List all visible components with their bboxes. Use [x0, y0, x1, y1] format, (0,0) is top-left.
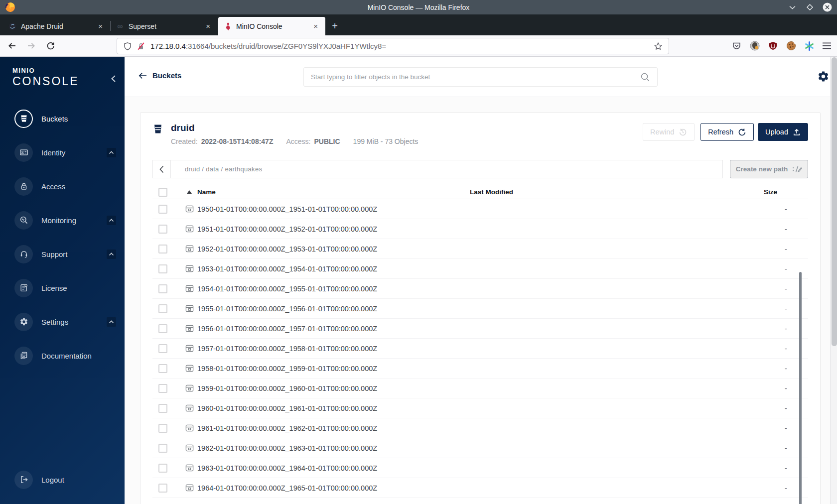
row-checkbox[interactable] [158, 364, 167, 373]
sort-ascending-icon[interactable] [187, 190, 192, 194]
sidebar-item-documentation[interactable]: Documentation [0, 346, 125, 366]
chevron-up-icon[interactable] [107, 216, 116, 225]
sidebar-item-support[interactable]: Support [0, 244, 125, 264]
object-name[interactable]: 1956-01-01T00:00:00.000Z_1957-01-01T00:0… [197, 325, 470, 333]
list-scrollbar[interactable] [799, 272, 802, 504]
object-name[interactable]: 1963-01-01T00:00:00.000Z_1964-01-01T00:0… [197, 464, 470, 472]
row-checkbox[interactable] [158, 464, 167, 473]
sidebar-item-settings[interactable]: Settings [0, 312, 125, 332]
tab-close-icon[interactable]: × [204, 21, 212, 31]
object-name[interactable]: 1953-01-01T00:00:00.000Z_1954-01-01T00:0… [197, 265, 470, 273]
row-checkbox[interactable] [158, 304, 167, 313]
table-row[interactable]: 1957-01-01T00:00:00.000Z_1958-01-01T00:0… [152, 339, 808, 359]
new-tab-button[interactable]: + [327, 18, 342, 33]
nav-forward-icon[interactable] [27, 41, 36, 50]
object-filter-searchbox[interactable] [303, 67, 658, 87]
row-checkbox[interactable] [158, 404, 167, 413]
row-checkbox[interactable] [158, 225, 167, 234]
hamburger-menu-icon[interactable] [823, 42, 831, 49]
table-row[interactable]: 1962-01-01T00:00:00.000Z_1963-01-01T00:0… [152, 438, 808, 458]
url-bar[interactable]: 172.18.0.4:31664/buckets/druid/browse/ZG… [117, 38, 669, 54]
row-checkbox[interactable] [158, 324, 167, 333]
object-name[interactable]: 1955-01-01T00:00:00.000Z_1956-01-01T00:0… [197, 305, 470, 313]
object-name[interactable]: 1952-01-01T00:00:00.000Z_1953-01-01T00:0… [197, 245, 470, 253]
page-scrollbar[interactable] [830, 57, 837, 504]
sidebar-item-access[interactable]: Access [0, 176, 125, 196]
window-minimize-icon[interactable] [787, 2, 797, 12]
table-row[interactable]: 1963-01-01T00:00:00.000Z_1964-01-01T00:0… [152, 458, 808, 478]
extension-monkey-icon[interactable] [750, 41, 760, 51]
tab-close-icon[interactable]: × [311, 21, 320, 31]
object-name[interactable]: 1951-01-01T00:00:00.000Z_1952-01-01T00:0… [197, 225, 470, 233]
table-row[interactable]: 1964-01-01T00:00:00.000Z_1965-01-01T00:0… [152, 478, 808, 498]
object-name[interactable]: 1958-01-01T00:00:00.000Z_1959-01-01T00:0… [197, 365, 470, 373]
row-checkbox[interactable] [158, 264, 167, 273]
table-row[interactable]: 1958-01-01T00:00:00.000Z_1959-01-01T00:0… [152, 359, 808, 378]
select-all-checkbox[interactable] [158, 188, 167, 197]
sidebar-item-license[interactable]: License [0, 278, 125, 298]
table-row[interactable]: 1952-01-01T00:00:00.000Z_1953-01-01T00:0… [152, 239, 808, 259]
upload-button[interactable]: Upload [758, 123, 808, 141]
table-row[interactable]: 1953-01-01T00:00:00.000Z_1954-01-01T00:0… [152, 259, 808, 279]
table-row[interactable]: 1954-01-01T00:00:00.000Z_1955-01-01T00:0… [152, 279, 808, 299]
row-checkbox[interactable] [158, 344, 167, 353]
tab-superset[interactable]: ∞ Superset × [111, 17, 218, 35]
row-checkbox[interactable] [158, 384, 167, 393]
object-name[interactable]: 1950-01-01T00:00:00.000Z_1951-01-01T00:0… [197, 205, 470, 213]
column-header-last-modified[interactable]: Last Modified [470, 188, 684, 196]
insecure-lock-icon[interactable] [137, 42, 145, 51]
object-name[interactable]: 1961-01-01T00:00:00.000Z_1962-01-01T00:0… [197, 424, 470, 432]
nav-back-icon[interactable] [7, 41, 16, 50]
table-row[interactable]: 1960-01-01T00:00:00.000Z_1961-01-01T00:0… [152, 398, 808, 418]
table-row[interactable]: 1955-01-01T00:00:00.000Z_1956-01-01T00:0… [152, 299, 808, 319]
row-checkbox[interactable] [158, 205, 167, 214]
page-scrollbar-thumb[interactable] [832, 57, 837, 346]
rewind-button[interactable]: Rewind [643, 123, 695, 141]
row-checkbox[interactable] [158, 245, 167, 253]
pocket-icon[interactable] [732, 41, 741, 51]
object-name[interactable]: 1954-01-01T00:00:00.000Z_1955-01-01T00:0… [197, 285, 470, 293]
multi-account-asterisk-icon[interactable] [805, 41, 814, 51]
table-row[interactable]: 1961-01-01T00:00:00.000Z_1962-01-01T00:0… [152, 418, 808, 438]
sidebar-item-logout[interactable]: Logout [0, 470, 125, 490]
row-checkbox[interactable] [158, 444, 167, 453]
sidebar-collapse-icon[interactable] [111, 75, 116, 83]
sidebar-item-buckets[interactable]: Buckets [0, 109, 125, 128]
path-back-chevron-icon[interactable] [153, 160, 171, 178]
table-row[interactable]: 1950-01-01T00:00:00.000Z_1951-01-01T00:0… [152, 199, 808, 219]
nav-reload-icon[interactable] [46, 42, 55, 50]
search-input[interactable] [311, 73, 640, 81]
object-name[interactable]: 1960-01-01T00:00:00.000Z_1961-01-01T00:0… [197, 404, 470, 412]
create-new-path-button[interactable]: Create new path [730, 160, 808, 178]
tab-close-icon[interactable]: × [96, 21, 105, 31]
row-checkbox[interactable] [158, 424, 167, 433]
row-checkbox[interactable] [158, 484, 167, 493]
tab-minio-console[interactable]: MinIO Console × [218, 17, 325, 35]
refresh-button[interactable]: Refresh [700, 123, 754, 141]
cookie-icon[interactable] [786, 41, 796, 51]
object-name[interactable]: 1964-01-01T00:00:00.000Z_1965-01-01T00:0… [197, 484, 470, 492]
object-name[interactable]: 1962-01-01T00:00:00.000Z_1963-01-01T00:0… [197, 444, 470, 452]
sidebar-item-identity[interactable]: Identity [0, 142, 125, 162]
chevron-up-icon[interactable] [107, 148, 116, 157]
object-name[interactable]: 1957-01-01T00:00:00.000Z_1958-01-01T00:0… [197, 345, 470, 353]
column-header-name[interactable]: Name [197, 188, 470, 196]
table-row[interactable]: 1951-01-01T00:00:00.000Z_1952-01-01T00:0… [152, 219, 808, 239]
column-header-size[interactable]: Size [684, 188, 809, 196]
chevron-up-icon[interactable] [107, 250, 116, 259]
shield-icon[interactable] [123, 42, 132, 51]
back-to-buckets-button[interactable]: Buckets [139, 71, 181, 80]
breadcrumb[interactable]: druid / data / earthquakes [171, 165, 262, 173]
row-checkbox[interactable] [158, 284, 167, 293]
ublock-icon[interactable] [768, 41, 778, 51]
bookmark-star-icon[interactable] [654, 42, 663, 51]
window-maximize-icon[interactable] [805, 2, 815, 12]
sidebar-item-monitoring[interactable]: Monitoring [0, 210, 125, 230]
table-row[interactable]: 1959-01-01T00:00:00.000Z_1960-01-01T00:0… [152, 378, 808, 398]
window-close-icon[interactable] [822, 2, 832, 12]
chevron-up-icon[interactable] [107, 317, 116, 327]
tab-apache-druid[interactable]: Apache Druid × [3, 17, 110, 35]
table-row[interactable]: 1956-01-01T00:00:00.000Z_1957-01-01T00:0… [152, 319, 808, 339]
object-name[interactable]: 1959-01-01T00:00:00.000Z_1960-01-01T00:0… [197, 384, 470, 392]
settings-gear-icon[interactable] [817, 70, 830, 83]
